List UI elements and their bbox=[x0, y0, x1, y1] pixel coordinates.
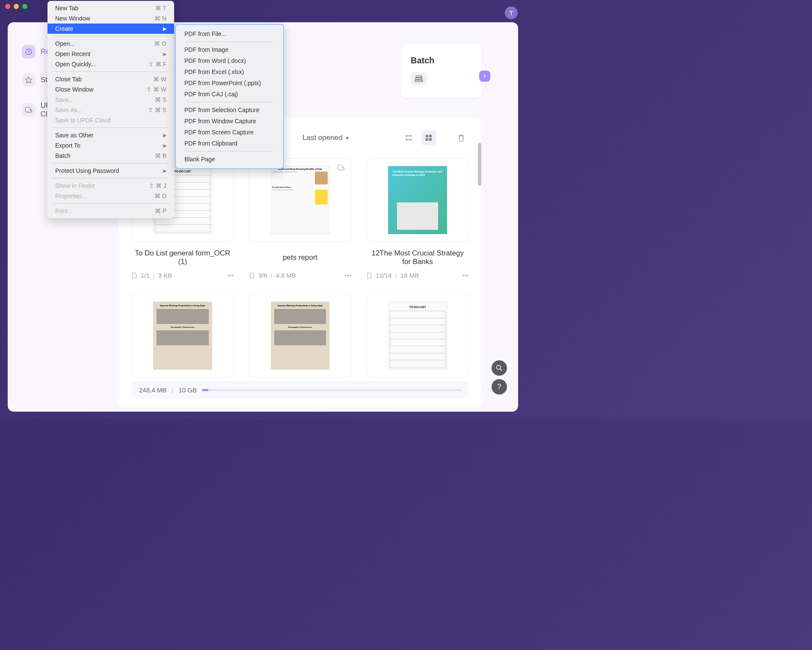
document-card[interactable]: TO DO LIST bbox=[366, 294, 469, 380]
help-icon: ? bbox=[497, 383, 501, 391]
storage-bar: 248,4 MB | 10 GB bbox=[131, 381, 469, 399]
svg-rect-12 bbox=[429, 138, 432, 141]
menu-divider bbox=[53, 178, 169, 178]
menu-item-show-in-finder: Show in Finder⇧ ⌘ J bbox=[47, 181, 174, 191]
menu-item-batch[interactable]: Batch⌘ B bbox=[47, 151, 174, 161]
menu-item-label: Open Recent bbox=[55, 50, 91, 57]
menu-divider bbox=[186, 151, 273, 151]
menu-item-new-tab[interactable]: New Tab⌘ T bbox=[47, 3, 174, 13]
chevron-right-icon: ▶ bbox=[163, 51, 166, 57]
document-card[interactable]: Health and Mood-Boosting Benefits of Pet… bbox=[249, 158, 352, 279]
submenu-item-blank-page[interactable]: Blank Page bbox=[181, 154, 278, 165]
submenu-item-label: PDF from Excel (.xlsx) bbox=[184, 68, 244, 75]
submenu-item-label: PDF from Selection Capture bbox=[184, 107, 259, 113]
submenu-item-pdf-from-window-capture[interactable]: PDF from Window Capture bbox=[181, 116, 278, 127]
menu-item-open-quickly-[interactable]: Open Quickly...⇧ ⌘ F bbox=[47, 59, 174, 69]
menu-item-label: Open Quickly... bbox=[55, 61, 96, 68]
trash-icon bbox=[457, 134, 465, 142]
submenu-item-label: PDF from File... bbox=[184, 30, 226, 37]
document-card[interactable]: Improve Working Productivity in Using Ap… bbox=[249, 294, 352, 380]
storage-progress bbox=[202, 389, 461, 391]
menu-item-create[interactable]: Create▶ bbox=[47, 24, 174, 34]
chevron-right-icon: ▶ bbox=[163, 168, 166, 174]
menu-item-label: Save to UPDF Cloud bbox=[55, 117, 111, 124]
storage-total: 10 GB bbox=[178, 386, 197, 394]
list-view-button[interactable] bbox=[401, 130, 417, 145]
document-title: pets report bbox=[249, 249, 352, 267]
batch-title: Batch bbox=[411, 56, 472, 65]
menu-divider bbox=[186, 42, 273, 42]
submenu-item-pdf-from-excel-xlsx-[interactable]: PDF from Excel (.xlsx) bbox=[181, 66, 278, 77]
document-footer: 12/14 | 18 MB ••• bbox=[366, 272, 469, 279]
svg-rect-5 bbox=[406, 135, 408, 137]
star-icon bbox=[22, 73, 36, 87]
submenu-item-label: Blank Page bbox=[184, 156, 215, 163]
menu-item-label: Properties... bbox=[55, 193, 87, 199]
submenu-item-pdf-from-clipboard[interactable]: PDF from Clipboard bbox=[181, 138, 278, 149]
next-arrow-button[interactable] bbox=[479, 71, 490, 82]
menu-divider bbox=[53, 36, 169, 36]
more-options-button[interactable]: ••• bbox=[345, 272, 352, 279]
document-card[interactable]: The Most Crucial Strategy for Banks and … bbox=[366, 158, 469, 279]
menu-divider bbox=[53, 203, 169, 204]
submenu-item-pdf-from-powerpoint-pptx-[interactable]: PDF from PowerPoint (.pptx) bbox=[181, 77, 278, 89]
menu-item-save-: Save...⌘ S bbox=[47, 95, 174, 105]
minimize-window-button[interactable] bbox=[14, 4, 19, 9]
menu-shortcut: ⌘ N bbox=[154, 15, 166, 22]
clock-icon bbox=[22, 45, 36, 59]
menu-item-protect-using-password[interactable]: Protect Using Password▶ bbox=[47, 166, 174, 176]
svg-rect-10 bbox=[429, 135, 432, 137]
menu-item-new-window[interactable]: New Window⌘ N bbox=[47, 13, 174, 24]
sort-dropdown[interactable]: Last opened ▼ bbox=[302, 134, 350, 142]
grid-view-button[interactable] bbox=[421, 130, 436, 145]
chevron-right-icon: ▶ bbox=[163, 133, 166, 138]
svg-rect-2 bbox=[416, 76, 421, 77]
submenu-item-label: PDF from Window Capture bbox=[184, 118, 256, 125]
menu-item-export-to[interactable]: Export To▶ bbox=[47, 140, 174, 151]
submenu-item-pdf-from-selection-capture[interactable]: PDF from Selection Capture bbox=[181, 104, 278, 116]
menu-item-label: New Window bbox=[55, 15, 90, 22]
document-thumbnail: Improve Working Productivity in Using Ap… bbox=[249, 294, 352, 377]
submenu-item-pdf-from-image[interactable]: PDF from Image bbox=[181, 44, 278, 55]
svg-rect-11 bbox=[426, 138, 428, 141]
document-thumbnail: Health and Mood-Boosting Benefits of Pet… bbox=[249, 158, 352, 242]
submenu-item-label: PDF from Clipboard bbox=[184, 140, 237, 147]
menu-divider bbox=[186, 102, 273, 102]
menu-divider bbox=[53, 163, 169, 163]
menu-shortcut: ⇧ ⌘ F bbox=[148, 61, 166, 68]
menu-item-save-as-other[interactable]: Save as Other▶ bbox=[47, 130, 174, 140]
menu-item-label: Batch bbox=[55, 152, 71, 159]
document-card[interactable]: Improve Working Productivity in Using Ap… bbox=[131, 294, 234, 380]
submenu-item-pdf-from-caj-caj-[interactable]: PDF from CAJ (.caj) bbox=[181, 89, 278, 100]
menu-item-save-to-updf-cloud: Save to UPDF Cloud bbox=[47, 115, 174, 125]
maximize-window-button[interactable] bbox=[22, 4, 27, 9]
page-icon bbox=[366, 272, 372, 279]
menu-item-close-window[interactable]: Close Window⇧ ⌘ W bbox=[47, 84, 174, 95]
svg-rect-3 bbox=[416, 78, 422, 79]
menu-item-open-recent[interactable]: Open Recent▶ bbox=[47, 49, 174, 59]
traffic-lights bbox=[5, 4, 27, 9]
scrollbar[interactable] bbox=[478, 143, 481, 254]
submenu-item-pdf-from-file-[interactable]: PDF from File... bbox=[181, 28, 278, 39]
menu-shortcut: ⌘ S bbox=[155, 96, 166, 103]
help-floating-button[interactable]: ? bbox=[492, 379, 507, 395]
menu-item-label: Show in Finder bbox=[55, 182, 95, 189]
more-options-button[interactable]: ••• bbox=[227, 272, 234, 279]
menu-item-close-tab[interactable]: Close Tab⌘ W bbox=[47, 74, 174, 84]
document-thumbnail: TO DO LIST bbox=[366, 294, 469, 377]
search-floating-button[interactable] bbox=[492, 360, 507, 376]
user-avatar[interactable]: T bbox=[505, 6, 518, 19]
batch-card[interactable]: Batch bbox=[401, 44, 482, 98]
menu-shortcut: ⌘ T bbox=[155, 5, 166, 12]
cloud-icon bbox=[22, 103, 36, 117]
submenu-item-pdf-from-screen-capture[interactable]: PDF from Screen Capture bbox=[181, 127, 278, 138]
delete-button[interactable] bbox=[453, 130, 469, 145]
menu-item-properties-: Properties...⌘ D bbox=[47, 191, 174, 201]
more-options-button[interactable]: ••• bbox=[462, 272, 469, 279]
submenu-item-pdf-from-word-docx-[interactable]: PDF from Word (.docx) bbox=[181, 55, 278, 66]
menu-item-save-as-: Save As...⇧ ⌘ S bbox=[47, 105, 174, 115]
storage-used: 248,4 MB bbox=[139, 386, 166, 394]
chevron-right-icon bbox=[483, 74, 487, 78]
close-window-button[interactable] bbox=[5, 4, 10, 9]
menu-item-open-[interactable]: Open...⌘ O bbox=[47, 39, 174, 49]
